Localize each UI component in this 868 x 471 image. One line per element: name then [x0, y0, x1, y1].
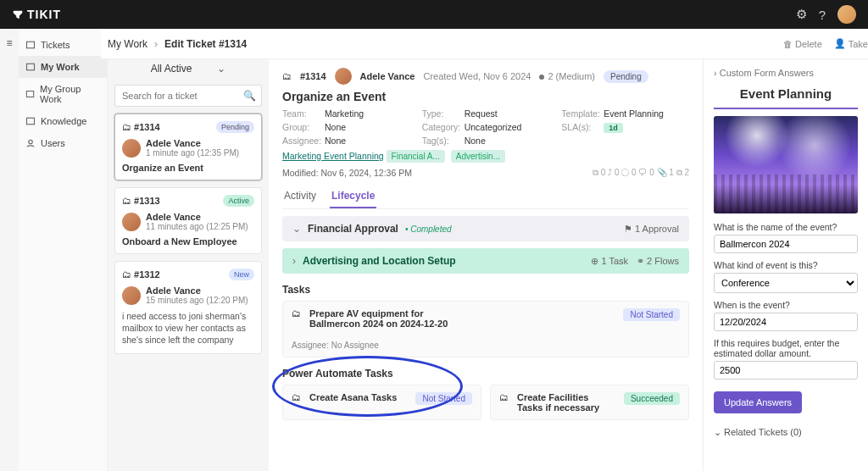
- related-tickets-toggle[interactable]: ⌄ Related Tickets (0): [714, 427, 858, 438]
- event-date-field[interactable]: [714, 313, 858, 331]
- created-date: Created Wed, Nov 6 2024: [423, 71, 531, 81]
- status-badge: New: [229, 269, 254, 280]
- search-box: 🔍: [114, 85, 262, 107]
- svg-rect-1: [27, 64, 35, 70]
- question-label: When is the event?: [714, 300, 858, 310]
- chevron-down-icon: ⌄: [292, 223, 301, 235]
- tasks-heading: Tasks: [282, 284, 689, 296]
- tabs: Activity Lifecycle: [282, 185, 689, 209]
- status-badge: Not Started: [415, 392, 472, 405]
- tab-lifecycle[interactable]: Lifecycle: [330, 185, 376, 208]
- avatar: [122, 286, 141, 305]
- power-automate-heading: Power Automate Tasks: [282, 368, 689, 380]
- requester-name: Adele Vance: [360, 71, 415, 81]
- svg-rect-0: [27, 42, 35, 48]
- status-badge: Pending: [216, 121, 254, 133]
- pa-task-asana[interactable]: 🗂 Create Asana Tasks Not Started: [282, 385, 481, 420]
- event-kind-select[interactable]: Conference: [714, 273, 858, 293]
- question-label: What is the name of the event?: [714, 222, 858, 232]
- ticket-card[interactable]: 🗂 #1312New Adele Vance15 minutes ago (12…: [114, 261, 262, 354]
- flow-icon: 🗂: [499, 392, 509, 402]
- budget-field[interactable]: [714, 361, 858, 380]
- sidenav: Tickets My Work My Group Work Knowledge …: [19, 29, 108, 471]
- avatar: [335, 68, 352, 85]
- search-icon[interactable]: 🔍: [243, 90, 256, 102]
- ticket-list: All Active 🔍 🗂 #1314Pending Adele Vance1…: [108, 59, 269, 471]
- status-badge: Succeeded: [624, 392, 680, 405]
- svg-rect-3: [27, 118, 35, 125]
- tab-activity[interactable]: Activity: [282, 185, 318, 208]
- tag[interactable]: Advertisin...: [451, 150, 505, 163]
- right-panel: › Custom Form Answers Event Planning Wha…: [703, 59, 868, 471]
- breadcrumb-root[interactable]: My Work: [108, 38, 147, 50]
- update-answers-button[interactable]: Update Answers: [714, 391, 802, 413]
- tag[interactable]: Financial A...: [387, 150, 445, 163]
- modified-date: Nov 6, 2024, 12:36 PM: [321, 168, 412, 178]
- app-name: TIKIT: [27, 8, 61, 21]
- status-badge: Not Started: [623, 308, 680, 321]
- phase-financial[interactable]: ⌄ Financial Approval • Completed ⚑ 1 App…: [282, 216, 689, 241]
- phase-advertising[interactable]: › Advertising and Location Setup ⊕ 1 Tas…: [282, 248, 689, 274]
- avatar: [122, 213, 141, 231]
- nav-my-group-work[interactable]: My Group Work: [19, 78, 107, 110]
- ticket-title: Organize an Event: [282, 90, 689, 103]
- nav-users[interactable]: Users: [19, 132, 107, 154]
- take-button[interactable]: 👤 Take: [834, 38, 868, 49]
- svg-rect-2: [26, 91, 33, 97]
- detail-grid: Team:Marketing Type:Request Template:Eve…: [282, 108, 689, 146]
- app-logo: TIKIT: [12, 8, 61, 21]
- help-icon[interactable]: ?: [819, 8, 826, 22]
- ticket-detail: 🗂#1314 Adele Vance Created Wed, Nov 6 20…: [269, 59, 703, 471]
- nav-tickets[interactable]: Tickets: [19, 34, 107, 56]
- avatar[interactable]: [837, 5, 856, 24]
- filter-dropdown[interactable]: All Active: [114, 59, 262, 78]
- nav-knowledge[interactable]: Knowledge: [19, 110, 107, 132]
- breadcrumb-current: Edit Ticket #1314: [164, 38, 247, 50]
- question-label: What kind of event is this?: [714, 260, 858, 270]
- custom-form-answers-toggle[interactable]: › Custom Form Answers: [714, 68, 858, 78]
- nav-my-work[interactable]: My Work: [19, 56, 107, 78]
- ticket-card[interactable]: 🗂 #1314Pending Adele Vance1 minute ago (…: [114, 114, 262, 180]
- flow-icon: 🗂: [292, 392, 301, 402]
- delete-button[interactable]: 🗑 Delete: [783, 38, 822, 49]
- svg-point-4: [29, 140, 33, 144]
- task-card[interactable]: 🗂 Prepare AV equipment forBallmercon 202…: [282, 301, 689, 357]
- breadcrumb: My Work › Edit Ticket #1314 🗑 Delete 👤 T…: [101, 29, 868, 59]
- topbar: TIKIT ⚙ ?: [0, 0, 868, 29]
- question-label: If this requires budget, enter the estim…: [714, 338, 858, 358]
- ticket-id: #1314: [300, 71, 326, 81]
- gear-icon[interactable]: ⚙: [796, 7, 807, 22]
- priority: 2 (Medium): [548, 71, 595, 81]
- event-name-field[interactable]: [714, 235, 858, 253]
- event-image: [714, 116, 858, 213]
- chevron-right-icon: ›: [292, 255, 296, 267]
- avatar: [122, 139, 141, 158]
- task-icon: 🗂: [292, 308, 301, 319]
- template-link[interactable]: Marketing Event Planning: [282, 151, 384, 161]
- search-input[interactable]: [115, 86, 261, 106]
- status-badge: Pending: [604, 70, 648, 83]
- panel-heading: Event Planning: [714, 83, 858, 108]
- status-badge: Active: [223, 195, 254, 207]
- hamburger-icon[interactable]: ≡: [0, 29, 19, 471]
- chevron-right-icon: ›: [154, 38, 158, 50]
- pa-task-facilities[interactable]: 🗂 Create Facilities Tasks if necessary S…: [490, 385, 689, 420]
- ticket-card[interactable]: 🗂 #1313Active Adele Vance11 minutes ago …: [114, 187, 262, 254]
- ticket-stats: ⧉ 0 ⤴ 0 ◯ 0 🗩 0 📎 1 ⧉ 2: [593, 168, 689, 178]
